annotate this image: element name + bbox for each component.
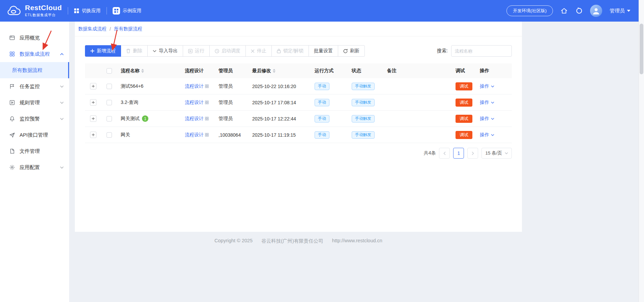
design-icon: [205, 117, 209, 120]
home-icon[interactable]: [560, 7, 568, 15]
row-checkbox[interactable]: [107, 116, 112, 121]
task-monitor-icon: [9, 83, 15, 89]
action-dropdown[interactable]: 操作: [480, 100, 494, 106]
main-area: 数据集成流程 / 所有数据流程 新增流程 删除 导入导出: [69, 22, 639, 302]
sidebar-item-rule-management[interactable]: 规则管理: [0, 94, 69, 111]
debug-button[interactable]: 调试: [456, 99, 472, 107]
header-divider: [107, 7, 107, 15]
stop-icon: [251, 49, 255, 53]
breadcrumb-link-all-flows[interactable]: 所有数据流程: [114, 26, 142, 32]
flow-admin: 管理员: [218, 100, 233, 106]
next-page-button[interactable]: [467, 148, 478, 159]
page-button-1[interactable]: 1: [453, 148, 464, 159]
refresh-button[interactable]: 刷新: [338, 45, 365, 57]
sidebar-item-task-monitor[interactable]: 任务监控: [0, 78, 69, 94]
import-export-button[interactable]: 导入导出: [147, 45, 183, 57]
sidebar-item-api-management[interactable]: API接口管理: [0, 127, 69, 143]
flow-name: 网关测试: [121, 116, 140, 122]
debug-button[interactable]: 调试: [456, 131, 472, 139]
flow-design-link[interactable]: 流程设计: [185, 83, 209, 89]
prev-page-button[interactable]: [439, 148, 450, 159]
table-row: 网关测试 1 流程设计 管理员 2025-10-17 12:22:44 手动 手…: [85, 111, 512, 127]
row-checkbox[interactable]: [107, 100, 112, 105]
sidebar-item-label: API接口管理: [20, 132, 48, 138]
footer-copyright: Copyright © 2025: [214, 238, 253, 244]
col-header-design: 流程设计: [185, 68, 204, 74]
col-header-status: 状态: [352, 68, 361, 74]
page-size-select[interactable]: 15 条/页: [481, 148, 512, 159]
batch-settings-button[interactable]: 批量设置: [309, 45, 338, 57]
flow-design-link[interactable]: 流程设计: [185, 132, 209, 138]
row-checkbox[interactable]: [107, 84, 112, 89]
sidebar-item-integration-flows[interactable]: 数据集成流程: [0, 46, 69, 62]
flow-name: 3.2-查询: [121, 100, 138, 106]
sample-app-button[interactable]: 示例应用: [113, 7, 142, 15]
plus-icon: [92, 133, 95, 136]
logo-title: RestCloud: [25, 4, 62, 11]
sidebar-item-label: 规则管理: [20, 100, 40, 106]
plus-icon: [90, 49, 94, 53]
chevron-right-icon: [472, 152, 474, 155]
chevron-down-icon: [491, 85, 494, 87]
col-header-name: 流程名称: [121, 68, 140, 74]
undo-icon[interactable]: [575, 7, 583, 15]
action-dropdown[interactable]: 操作: [480, 132, 494, 138]
run-button: 运行: [183, 45, 210, 57]
flow-design-link[interactable]: 流程设计: [185, 116, 209, 122]
table-row: 3.2-查询 流程设计 管理员 2025-10-17 17:08:14 手动 手…: [85, 94, 512, 111]
debug-button[interactable]: 调试: [456, 82, 472, 90]
play-icon: [188, 49, 193, 53]
vertical-scrollbar-thumb[interactable]: [640, 24, 643, 74]
file-icon: [9, 148, 15, 154]
sidebar-item-all-data-flows[interactable]: 所有数据流程: [0, 62, 69, 78]
action-dropdown[interactable]: 操作: [480, 116, 494, 122]
alert-icon: [9, 116, 15, 122]
environment-badge[interactable]: 开发环境(社区版): [506, 5, 553, 16]
search-input[interactable]: [455, 49, 514, 54]
row-expand-button[interactable]: [90, 99, 96, 106]
col-header-run-mode: 运行方式: [315, 68, 333, 74]
sample-app-label: 示例应用: [123, 8, 142, 14]
row-expand-button[interactable]: [90, 132, 96, 138]
row-checkbox[interactable]: [107, 132, 112, 138]
sidebar-item-label: 任务监控: [20, 83, 40, 90]
chevron-down-icon: [627, 9, 631, 12]
sidebar-item-label: 应用概览: [20, 35, 40, 41]
sidebar-item-app-config[interactable]: 应用配置: [0, 159, 69, 175]
row-expand-button[interactable]: [90, 83, 96, 89]
avatar[interactable]: [590, 5, 602, 17]
sidebar-item-file-management[interactable]: 文件管理: [0, 143, 69, 159]
sidebar-item-overview[interactable]: 应用概览: [0, 30, 69, 46]
design-icon: [205, 133, 209, 137]
breadcrumb-link-flows[interactable]: 数据集成流程: [78, 26, 107, 32]
count-badge: 1: [142, 115, 148, 122]
breadcrumb: 数据集成流程 / 所有数据流程: [75, 22, 522, 36]
new-flow-button[interactable]: 新增流程: [85, 45, 121, 57]
logo-subtitle: ETL数据集成平台: [25, 13, 62, 18]
breadcrumb-separator: /: [110, 26, 111, 32]
sort-icon[interactable]: [273, 69, 275, 73]
flow-admin: 管理员: [218, 116, 233, 122]
user-name: 管理员: [610, 8, 625, 14]
table-row: 网关 流程设计 ,10038064 2025-10-17 11:19:15 手动…: [85, 127, 512, 143]
sidebar-item-monitor-alerts[interactable]: 监控预警: [0, 111, 69, 127]
toolbar: 新增流程 删除 导入导出 运行 启动调度: [85, 45, 512, 57]
user-menu[interactable]: 管理员: [610, 8, 631, 14]
api-icon: [9, 132, 15, 138]
chevron-down-icon: [491, 118, 494, 120]
flow-modified: 2025-10-17 11:19:15: [252, 132, 296, 138]
search-label: 搜索:: [437, 48, 448, 54]
lock-unlock-button: 锁定/解锁: [271, 45, 309, 57]
action-dropdown[interactable]: 操作: [480, 83, 494, 89]
flow-design-link[interactable]: 流程设计: [185, 100, 209, 106]
switch-app-button[interactable]: 切换应用: [74, 8, 101, 14]
flow-modified: 2025-10-17 12:22:44: [252, 116, 296, 121]
integration-icon: [9, 51, 15, 57]
select-all-checkbox[interactable]: [107, 68, 112, 74]
sort-icon[interactable]: [141, 69, 144, 73]
trash-icon: [126, 49, 130, 53]
plus-icon: [92, 85, 95, 88]
row-expand-button[interactable]: [90, 115, 96, 122]
debug-button[interactable]: 调试: [456, 115, 472, 123]
plus-icon: [92, 101, 95, 104]
